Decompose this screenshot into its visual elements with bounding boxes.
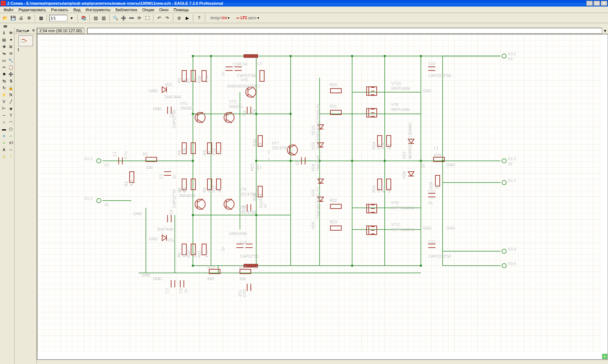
mark-icon[interactable]: ✦: [8, 37, 14, 43]
svg-point-70: [502, 159, 506, 163]
bus-icon[interactable]: ≡: [1, 133, 7, 139]
menu-view[interactable]: Вид: [71, 7, 83, 12]
svg-text:VT1: VT1: [180, 101, 187, 106]
info-icon[interactable]: ℹ: [1, 30, 7, 36]
invoke-icon[interactable]: ◈: [8, 105, 14, 112]
ulp-icon[interactable]: ▥: [100, 14, 107, 22]
menu-tools[interactable]: Инструменты: [84, 7, 113, 12]
minimize-button[interactable]: _: [586, 1, 593, 6]
svg-text:X3-3: X3-3: [508, 247, 516, 251]
svg-text:C13: C13: [428, 240, 435, 244]
miter-icon[interactable]: ╱: [8, 98, 14, 105]
menu-file[interactable]: Файл: [1, 7, 16, 12]
zoom-in-icon[interactable]: ➕: [120, 14, 127, 22]
text-icon[interactable]: T: [8, 112, 14, 119]
svg-text:R16: R16: [252, 139, 257, 146]
rotate-icon[interactable]: ⟳: [8, 50, 14, 57]
menu-edit[interactable]: Редактировать: [16, 7, 48, 12]
sheet-dropdown-icon[interactable]: ▾: [68, 14, 75, 22]
cam-icon[interactable]: ⚙: [25, 14, 33, 22]
add-icon[interactable]: ➕: [8, 71, 14, 77]
menu-library[interactable]: Библиотека: [113, 7, 139, 12]
dimension-icon[interactable]: ↔: [8, 146, 14, 153]
gateswap-icon[interactable]: ⇅: [8, 78, 14, 84]
errors-icon[interactable]: !: [8, 153, 14, 160]
copy-icon[interactable]: ⧉: [8, 43, 14, 50]
mirror-icon[interactable]: ⇋: [1, 50, 7, 57]
svg-text:GND: GND: [423, 226, 432, 230]
command-input[interactable]: [87, 28, 602, 34]
script-icon[interactable]: ▤: [92, 14, 99, 22]
net-icon[interactable]: ─: [8, 133, 14, 139]
replace-icon[interactable]: ↻: [1, 85, 7, 91]
show-icon[interactable]: 👁: [8, 30, 14, 36]
sheets-close-icon[interactable]: ✕: [32, 28, 35, 33]
designlink-logo[interactable]: designlink ▾: [207, 16, 232, 20]
svg-text:GND: GND: [423, 89, 432, 93]
library-icon[interactable]: 📚: [80, 14, 87, 22]
board-icon[interactable]: ▦: [37, 14, 45, 22]
move-icon[interactable]: ✥: [1, 43, 7, 50]
schematic-canvas[interactable]: X1-1X1 X1-2X1 X3-1X3 X2-2X2 X2-1 X3-3X3-…: [37, 34, 602, 352]
zoom-out-icon[interactable]: ➖: [128, 14, 135, 22]
lock-icon[interactable]: 🔒: [8, 85, 14, 91]
rect-icon[interactable]: ▬: [1, 126, 7, 132]
group-icon[interactable]: ▭: [1, 57, 7, 64]
sheets-arrow-icon[interactable]: ▸: [28, 28, 30, 33]
ltspice-logo[interactable]: ⫘ LTCspice ▾: [233, 16, 262, 20]
name-icon[interactable]: N: [8, 91, 14, 98]
help-icon[interactable]: ?: [195, 14, 203, 22]
paste-icon[interactable]: 📋: [8, 64, 14, 70]
change-icon[interactable]: 🔧: [8, 57, 14, 64]
wire-icon[interactable]: ─: [1, 112, 7, 119]
menu-draw[interactable]: Рисовать: [49, 7, 71, 12]
value-icon[interactable]: V: [1, 98, 7, 105]
label-icon[interactable]: 🏷: [8, 140, 14, 146]
menu-window[interactable]: Окно: [157, 7, 171, 12]
redo-icon[interactable]: ↷: [164, 14, 171, 22]
svg-text:GND: GND: [133, 211, 142, 216]
zoom-fit-icon[interactable]: 🔍: [112, 14, 119, 22]
polygon-icon[interactable]: ⬠: [8, 126, 14, 132]
save-icon[interactable]: 💾: [9, 14, 17, 22]
cmd-dropdown-icon[interactable]: ▾: [602, 27, 608, 34]
svg-text:33: 33: [207, 151, 212, 155]
attribute-icon[interactable]: A: [1, 146, 7, 153]
svg-text:1.5k: 1.5k: [204, 250, 209, 258]
svg-text:C5: C5: [178, 288, 183, 293]
open-icon[interactable]: 📂: [1, 14, 9, 22]
menu-help[interactable]: Помощь: [172, 7, 191, 12]
undo-icon[interactable]: ↶: [156, 14, 163, 22]
svg-point-4: [351, 55, 353, 57]
svg-text:1.1k: 1.1k: [258, 193, 262, 201]
svg-text:1.5k: 1.5k: [193, 250, 197, 258]
svg-text:1n: 1n: [183, 289, 188, 293]
stop-icon[interactable]: ⊘: [176, 14, 183, 22]
zoom-redraw-icon[interactable]: ⟳: [136, 14, 143, 22]
go-icon[interactable]: ▶: [183, 14, 191, 22]
svg-text:1k: 1k: [182, 253, 186, 258]
print-icon[interactable]: 🖨: [17, 14, 25, 22]
main-toolbar: 📂 💾 🖨 ⚙ ▦ ▾ 📚 ▤ ▥ 🔍 ➕ ➖ ⟳ ⛶ ↶ ↷ ⊘ ▶ ? de…: [0, 13, 608, 23]
add-sheet-button[interactable]: +: [602, 354, 607, 359]
svg-text:CAP22*50: CAP22*50: [172, 110, 176, 128]
svg-text:VD8: VD8: [402, 171, 406, 179]
menu-options[interactable]: Опции: [140, 7, 156, 12]
sheet-field[interactable]: [49, 15, 67, 21]
maximize-button[interactable]: ▢: [594, 1, 600, 6]
layer-icon[interactable]: ▤: [1, 37, 7, 43]
delete-icon[interactable]: ✖: [1, 71, 7, 77]
close-button[interactable]: ✕: [601, 1, 607, 6]
cut-icon[interactable]: ✂: [1, 64, 7, 70]
svg-text:VD2: VD2: [168, 238, 175, 242]
arc-icon[interactable]: ◠: [8, 119, 14, 125]
pinswap-icon[interactable]: ⇆: [1, 78, 7, 84]
split-icon[interactable]: ⊢: [1, 105, 7, 112]
zoom-select-icon[interactable]: ⛶: [144, 14, 151, 22]
junction-icon[interactable]: •: [1, 140, 7, 146]
circle-icon[interactable]: ○: [1, 119, 7, 125]
svg-text:1N4744A: 1N4744A: [316, 155, 320, 172]
erc-icon[interactable]: ⚠: [1, 153, 7, 160]
sheet-thumbnail[interactable]: [18, 35, 33, 46]
smash-icon[interactable]: ⚡: [1, 91, 7, 98]
